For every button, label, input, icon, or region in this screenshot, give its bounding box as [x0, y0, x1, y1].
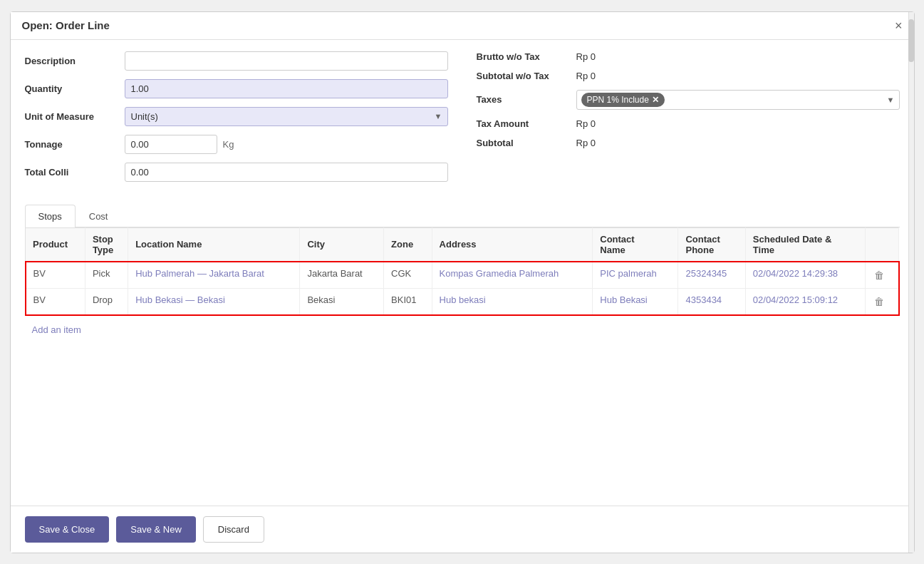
brutto-label: Brutto w/o Tax: [477, 51, 576, 62]
cell-zone: BKI01: [384, 288, 432, 315]
tab-stops-label: Stops: [38, 211, 62, 222]
close-button[interactable]: ×: [895, 19, 903, 32]
tonnage-unit-label: Kg: [223, 139, 234, 150]
cell-contact_name: PIC palmerah: [593, 262, 678, 289]
table-header-row: Product StopType Location Name City Zone…: [26, 227, 899, 262]
col-product: Product: [26, 227, 85, 262]
discard-label: Discard: [218, 524, 249, 535]
total-colli-input[interactable]: [125, 163, 448, 182]
tax-badge: PPN 1% Include ✕: [581, 93, 665, 107]
save-close-button[interactable]: Save & Close: [25, 516, 110, 543]
tab-stops[interactable]: Stops: [25, 205, 76, 227]
tonnage-row: Tonnage Kg: [25, 135, 448, 154]
uom-select[interactable]: Unit(s): [125, 107, 448, 126]
tax-amount-label: Tax Amount: [477, 118, 576, 129]
taxes-field[interactable]: PPN 1% Include ✕ ▼: [576, 90, 900, 110]
subtotal-wot-row: Subtotal w/o Tax Rp 0: [477, 71, 900, 81]
cell-location_name: Hub Palmerah — Jakarta Barat: [128, 262, 300, 289]
tax-badge-remove-icon[interactable]: ✕: [652, 95, 659, 105]
form-right: Brutto w/o Tax Rp 0 Subtotal w/o Tax Rp …: [477, 51, 900, 190]
uom-label: Unit of Measure: [25, 111, 125, 122]
cell-city: Bekasi: [300, 288, 384, 315]
delete-row-button[interactable]: 🗑: [873, 268, 886, 282]
total-colli-label: Total Colli: [25, 167, 125, 178]
save-new-button[interactable]: Save & New: [116, 516, 196, 543]
stops-table-outer: Product StopType Location Name City Zone…: [25, 227, 900, 344]
brutto-row: Brutto w/o Tax Rp 0: [477, 51, 900, 62]
save-new-label: Save & New: [130, 524, 182, 535]
cell-product: BV: [26, 262, 85, 289]
description-input[interactable]: [125, 51, 448, 71]
save-close-label: Save & Close: [39, 524, 95, 535]
col-zone: Zone: [384, 227, 432, 262]
table-row: BVPickHub Palmerah — Jakarta BaratJakart…: [26, 262, 899, 289]
stops-table: Product StopType Location Name City Zone…: [25, 227, 900, 316]
order-line-dialog: Open: Order Line × Description Quantity: [10, 11, 915, 553]
col-actions: [865, 227, 898, 262]
cell-address: Hub bekasi: [432, 288, 593, 315]
col-stop-type: StopType: [85, 227, 128, 262]
scrollbar[interactable]: [908, 12, 914, 553]
dialog-title: Open: Order Line: [22, 19, 110, 31]
col-city: City: [300, 227, 384, 262]
tonnage-input[interactable]: [125, 135, 217, 154]
cell-scheduled_date_time: 02/04/2022 15:09:12: [745, 288, 865, 315]
subtotal-value: Rp 0: [576, 138, 596, 148]
col-scheduled-date-time: Scheduled Date &Time: [745, 227, 865, 262]
cell-zone: CGK: [384, 262, 432, 289]
form-left: Description Quantity Unit of Measure Uni…: [25, 51, 448, 190]
cell-contact_phone: 25324345: [678, 262, 745, 289]
cell-product: BV: [26, 288, 85, 315]
cell-address: Kompas Gramedia Palmerah: [432, 262, 593, 289]
dialog-title-bar: Open: Order Line ×: [11, 12, 914, 40]
add-item-link[interactable]: Add an item: [25, 319, 88, 341]
stops-table-body: BVPickHub Palmerah — Jakarta BaratJakart…: [26, 262, 899, 315]
subtotal-wot-value: Rp 0: [576, 71, 596, 81]
quantity-input[interactable]: [125, 79, 448, 98]
cell-stop_type: Pick: [85, 262, 128, 289]
tonnage-label: Tonnage: [25, 139, 125, 150]
col-address: Address: [432, 227, 593, 262]
tax-amount-row: Tax Amount Rp 0: [477, 118, 900, 129]
taxes-select-arrow-icon: ▼: [887, 96, 895, 104]
col-contact-name: ContactName: [593, 227, 678, 262]
quantity-row: Quantity: [25, 79, 448, 98]
subtotal-wot-label: Subtotal w/o Tax: [477, 71, 576, 81]
cell-city: Jakarta Barat: [300, 262, 384, 289]
quantity-label: Quantity: [25, 83, 125, 94]
dialog-footer: Save & Close Save & New Discard: [11, 506, 914, 553]
cell-delete: 🗑: [865, 288, 898, 315]
form-section: Description Quantity Unit of Measure Uni…: [25, 51, 900, 190]
discard-button[interactable]: Discard: [203, 516, 264, 543]
cell-contact_name: Hub Bekasi: [593, 288, 678, 315]
description-row: Description: [25, 51, 448, 71]
taxes-label: Taxes: [477, 94, 576, 105]
col-location-name: Location Name: [128, 227, 300, 262]
cell-location_name: Hub Bekasi — Bekasi: [128, 288, 300, 315]
total-colli-row: Total Colli: [25, 163, 448, 182]
col-contact-phone: ContactPhone: [678, 227, 745, 262]
dialog-body: Description Quantity Unit of Measure Uni…: [11, 40, 914, 506]
cell-delete: 🗑: [865, 262, 898, 289]
subtotal-row: Subtotal Rp 0: [477, 138, 900, 148]
taxes-row: Taxes PPN 1% Include ✕ ▼: [477, 90, 900, 110]
cell-contact_phone: 4353434: [678, 288, 745, 315]
tab-cost-label: Cost: [89, 211, 108, 222]
tab-cost[interactable]: Cost: [76, 205, 122, 227]
tonnage-input-group: Kg: [125, 135, 448, 154]
uom-select-wrapper: Unit(s) ▼: [125, 107, 448, 126]
cell-scheduled_date_time: 02/04/2022 14:29:38: [745, 262, 865, 289]
table-row: BVDropHub Bekasi — BekasiBekasiBKI01Hub …: [26, 288, 899, 315]
scrollbar-thumb: [908, 19, 914, 62]
tax-badge-text: PPN 1% Include: [587, 95, 649, 105]
description-label: Description: [25, 56, 125, 66]
add-item-label: Add an item: [32, 324, 81, 335]
delete-row-button[interactable]: 🗑: [873, 294, 886, 309]
subtotal-label: Subtotal: [477, 138, 576, 148]
tax-amount-value: Rp 0: [576, 118, 596, 129]
tabs-bar: Stops Cost: [25, 205, 900, 227]
brutto-value: Rp 0: [576, 51, 596, 62]
cell-stop_type: Drop: [85, 288, 128, 315]
uom-row: Unit of Measure Unit(s) ▼: [25, 107, 448, 126]
